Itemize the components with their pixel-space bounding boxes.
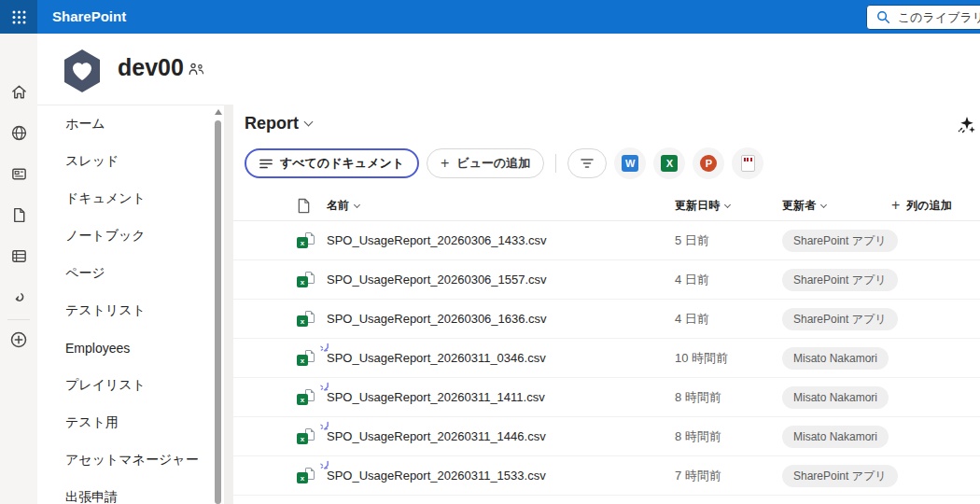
app-rail xyxy=(0,34,37,504)
file-name-link[interactable]: SPO_UsageReport_20260311_1533.csv xyxy=(327,456,546,496)
modified-by-badge[interactable]: SharePoint アプリ xyxy=(782,269,898,291)
table-row[interactable]: x SPO_UsageReport_20260311_0346.csv 10 時… xyxy=(233,339,980,378)
table-row[interactable]: x SPO_UsageReport_20260306_1433.csv 5 日前… xyxy=(233,221,980,260)
table-row[interactable]: x SPO_UsageReport_20260311_1446.csv 8 時間… xyxy=(233,417,980,456)
sharepoint-app: SharePoint dev00 xyxy=(0,0,980,504)
nav-item-test-use[interactable]: テスト用 xyxy=(37,404,224,441)
modified-time: 4 日前 xyxy=(675,300,709,339)
modified-time: 10 時間前 xyxy=(675,339,728,378)
toolbar-divider xyxy=(555,154,556,173)
site-logo-hexagon-heart[interactable] xyxy=(62,49,103,92)
all-documents-icon xyxy=(259,157,273,170)
modified-by-badge[interactable]: Misato Nakamori xyxy=(782,386,889,409)
csv-excel-file-icon: x xyxy=(297,468,315,483)
modified-by-badge[interactable]: SharePoint アプリ xyxy=(782,308,898,330)
modified-time: 5 日前 xyxy=(675,221,709,260)
new-word-button[interactable]: W xyxy=(614,147,646,179)
teams-group-icon xyxy=(189,63,204,77)
table-row[interactable]: x SPO_UsageReport_20260306_1557.csv 4 日前… xyxy=(233,260,980,300)
chevron-down-icon xyxy=(354,201,360,207)
chevron-down-icon xyxy=(724,201,731,207)
table-row[interactable]: x SPO_UsageReport_20260311_1533.csv 7 時間… xyxy=(233,456,980,496)
chevron-down-icon xyxy=(820,201,827,207)
csv-excel-file-icon: x xyxy=(297,350,315,366)
home-icon[interactable] xyxy=(9,82,28,101)
modified-time: 7 時間前 xyxy=(675,456,721,496)
new-powerpoint-button[interactable]: P xyxy=(693,147,724,179)
nav-item-threads[interactable]: スレッド xyxy=(37,143,224,180)
table-row[interactable]: x SPO_UsageReport_20260306_1636.csv 4 日前… xyxy=(233,300,980,339)
nav-item-travel-request[interactable]: 出張申請 xyxy=(37,479,224,504)
lists-icon[interactable] xyxy=(9,246,28,265)
document-type-icon xyxy=(297,198,311,214)
waffle-icon xyxy=(12,10,26,24)
modified-by-badge[interactable]: Misato Nakamori xyxy=(782,347,889,370)
globe-icon[interactable] xyxy=(9,123,28,142)
modified-time: 4 日前 xyxy=(675,260,709,300)
nav-scrollbar[interactable] xyxy=(215,109,222,504)
view-title-dropdown[interactable]: Report xyxy=(245,114,312,133)
site-navigation: ホーム スレッド ドキュメント ノートブック ページ テストリスト Employ… xyxy=(37,105,224,504)
file-name-link[interactable]: SPO_UsageReport_20260306_1636.csv xyxy=(327,300,547,339)
scrollbar-up-arrow[interactable] xyxy=(215,109,222,115)
suite-bar-title: SharePoint xyxy=(52,0,126,34)
excel-icon: X xyxy=(661,155,678,172)
nav-item-pages[interactable]: ページ xyxy=(37,255,224,292)
file-name-link[interactable]: SPO_UsageReport_20260311_0346.csv xyxy=(327,339,546,378)
table-row[interactable]: x SPO_UsageReport_20260311_1411.csv 8 時間… xyxy=(233,378,980,417)
add-column-button[interactable]: + 列の追加 xyxy=(891,190,952,220)
add-view-button[interactable]: + ビューの追加 xyxy=(427,148,544,178)
create-plus-icon[interactable] xyxy=(9,330,28,349)
column-header-modified[interactable]: 更新日時 xyxy=(675,190,730,220)
new-forms-button[interactable] xyxy=(732,147,763,179)
csv-excel-file-icon: x xyxy=(297,428,315,444)
scrollbar-thumb[interactable] xyxy=(215,120,221,504)
file-type-column-header[interactable] xyxy=(297,190,311,220)
sparkle-boost-icon[interactable] xyxy=(954,115,976,137)
file-name-link[interactable]: SPO_UsageReport_20260311_1446.csv xyxy=(327,417,546,456)
filter-button[interactable] xyxy=(567,148,607,178)
view-selector-button[interactable]: すべてのドキュメント xyxy=(245,148,419,178)
modified-by-badge[interactable]: SharePoint アプリ xyxy=(782,230,898,252)
file-name-link[interactable]: SPO_UsageReport_20260311_1411.csv xyxy=(327,378,545,417)
site-name[interactable]: dev00 xyxy=(118,54,184,81)
csv-excel-file-icon: x xyxy=(297,311,315,327)
nav-item-employees[interactable]: Employees xyxy=(37,329,224,367)
modified-time: 8 時間前 xyxy=(675,378,721,417)
library-content: Report すべてのドキュメント + ビューの追加 xyxy=(233,105,980,504)
command-bar: すべてのドキュメント + ビューの追加 W X P xyxy=(245,147,980,179)
file-name-link[interactable]: SPO_UsageReport_20260306_1433.csv xyxy=(327,221,547,260)
search-icon xyxy=(876,10,890,24)
rail-divider xyxy=(7,319,30,320)
nav-item-test-list[interactable]: テストリスト xyxy=(37,292,224,329)
nav-item-asset-manager[interactable]: アセットマネージャー xyxy=(37,441,224,479)
view-selector-label: すべてのドキュメント xyxy=(280,155,404,172)
table-header: 名前 更新日時 更新者 + 列の追加 xyxy=(233,190,980,221)
plus-icon: + xyxy=(441,156,449,171)
modified-by-badge[interactable]: Misato Nakamori xyxy=(782,426,889,448)
nav-content-gutter xyxy=(224,105,233,504)
modified-by-badge[interactable]: SharePoint アプリ xyxy=(782,465,898,487)
site-header: dev00 xyxy=(37,34,980,105)
powerpoint-icon: P xyxy=(700,155,717,172)
document-icon[interactable] xyxy=(9,205,28,224)
nav-item-playlist[interactable]: プレイリスト xyxy=(37,367,224,404)
column-header-name[interactable]: 名前 xyxy=(327,190,359,220)
column-header-modified-by[interactable]: 更新者 xyxy=(782,190,826,220)
nav-item-home[interactable]: ホーム xyxy=(37,105,224,143)
app-launcher-waffle-icon[interactable] xyxy=(0,0,37,34)
search-input[interactable] xyxy=(898,10,980,24)
forms-icon xyxy=(741,155,755,172)
plus-icon: + xyxy=(891,198,900,213)
library-search-box[interactable] xyxy=(866,5,980,30)
filter-icon xyxy=(581,158,594,169)
nav-item-notebook[interactable]: ノートブック xyxy=(37,217,224,255)
csv-excel-file-icon: x xyxy=(297,272,315,287)
modified-time: 8 時間前 xyxy=(675,417,721,456)
link-icon[interactable] xyxy=(9,287,28,306)
news-icon[interactable] xyxy=(9,164,28,183)
new-excel-button[interactable]: X xyxy=(653,147,685,179)
suite-bar: SharePoint xyxy=(0,0,980,34)
file-name-link[interactable]: SPO_UsageReport_20260306_1557.csv xyxy=(327,260,547,300)
nav-item-documents[interactable]: ドキュメント xyxy=(37,180,224,217)
